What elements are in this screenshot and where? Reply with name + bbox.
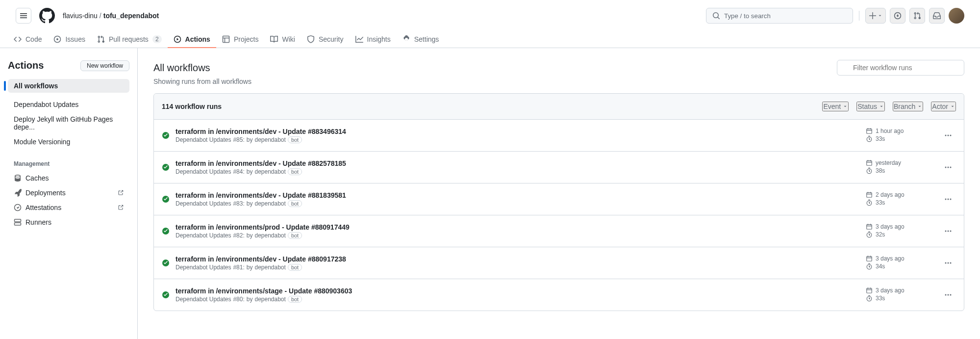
table-icon xyxy=(222,35,230,43)
run-row[interactable]: terraform in /environments/dev - Update … xyxy=(154,152,964,183)
nav-insights[interactable]: Insights xyxy=(350,31,397,48)
pull-requests-button[interactable] xyxy=(909,8,925,24)
run-workflow-link[interactable]: Dependabot Updates xyxy=(176,232,231,239)
nav-code[interactable]: Code xyxy=(8,31,48,48)
svg-rect-40 xyxy=(867,288,872,293)
runs-count: 114 workflow runs xyxy=(162,103,222,110)
breadcrumb-owner-link[interactable]: flavius-dinu xyxy=(63,12,98,20)
run-row[interactable]: terraform in /environments/prod - Update… xyxy=(154,215,964,247)
run-number: #84: xyxy=(233,168,244,175)
run-title[interactable]: terraform in /environments/dev - Update … xyxy=(176,159,860,167)
nav-wiki[interactable]: Wiki xyxy=(264,31,301,48)
run-actor-link[interactable]: dependabot xyxy=(254,200,285,207)
run-duration: 34s xyxy=(876,263,885,270)
svg-point-31 xyxy=(948,231,949,232)
nav-settings[interactable]: Settings xyxy=(397,31,445,48)
run-row[interactable]: terraform in /environments/stage - Updat… xyxy=(154,279,964,311)
run-actions-menu[interactable] xyxy=(940,287,956,303)
run-actions-menu[interactable] xyxy=(940,159,956,175)
svg-point-1 xyxy=(897,15,899,17)
svg-rect-8 xyxy=(15,223,21,225)
triangle-down-icon xyxy=(917,104,922,109)
user-avatar[interactable] xyxy=(949,8,964,24)
run-when: 3 days ago xyxy=(876,287,905,294)
calendar-icon xyxy=(866,191,873,198)
run-workflow-link[interactable]: Dependabot Updates xyxy=(176,168,231,175)
run-title[interactable]: terraform in /environments/prod - Update… xyxy=(176,223,860,231)
kebab-horizontal-icon xyxy=(944,195,952,203)
svg-point-44 xyxy=(950,294,952,296)
run-row[interactable]: terraform in /environments/dev - Update … xyxy=(154,247,964,279)
sidebar-attestations[interactable]: Attestations xyxy=(8,201,129,214)
run-actor-link[interactable]: dependabot xyxy=(254,296,285,303)
filter-event[interactable]: Event xyxy=(822,102,849,111)
run-title[interactable]: terraform in /environments/stage - Updat… xyxy=(176,287,860,295)
search-icon xyxy=(712,12,720,20)
run-when: 3 days ago xyxy=(876,255,905,262)
kebab-horizontal-icon xyxy=(944,131,952,139)
run-workflow-link[interactable]: Dependabot Updates xyxy=(176,136,231,143)
create-new-button[interactable] xyxy=(865,8,886,24)
issue-icon xyxy=(53,35,61,43)
run-by-label: by xyxy=(247,168,253,175)
nav-projects[interactable]: Projects xyxy=(216,31,265,48)
run-by-label: by xyxy=(247,264,253,271)
bot-badge: bot xyxy=(288,168,302,175)
run-duration: 33s xyxy=(876,295,885,302)
nav-actions[interactable]: Actions xyxy=(168,31,216,48)
new-workflow-button[interactable]: New workflow xyxy=(80,60,129,71)
run-actions-menu[interactable] xyxy=(940,128,956,143)
main-content: All workflows Showing runs from all work… xyxy=(137,48,980,339)
nav-security[interactable]: Security xyxy=(301,31,350,48)
run-actor-link[interactable]: dependabot xyxy=(254,264,285,271)
run-actions-menu[interactable] xyxy=(940,255,956,271)
run-row[interactable]: terraform in /environments/dev - Update … xyxy=(154,183,964,215)
run-actor-link[interactable]: dependabot xyxy=(254,168,285,175)
kebab-horizontal-icon xyxy=(944,163,952,171)
run-actions-menu[interactable] xyxy=(940,191,956,207)
run-workflow-link[interactable]: Dependabot Updates xyxy=(176,200,231,207)
link-external-icon xyxy=(118,205,124,210)
calendar-icon xyxy=(866,159,873,166)
run-workflow-link[interactable]: Dependabot Updates xyxy=(176,264,231,271)
sidebar-deployments[interactable]: Deployments xyxy=(8,186,129,200)
run-workflow-link[interactable]: Dependabot Updates xyxy=(176,296,231,303)
breadcrumb-repo-link[interactable]: tofu_dependabot xyxy=(103,12,159,20)
issues-button[interactable] xyxy=(890,8,905,24)
filter-status[interactable]: Status xyxy=(856,102,885,111)
sidebar-workflow-item[interactable]: Dependabot Updates xyxy=(8,98,129,111)
bot-badge: bot xyxy=(288,232,302,239)
mark-github-icon xyxy=(39,8,55,24)
nav-menu-button[interactable] xyxy=(16,8,31,24)
run-row[interactable]: terraform in /environments/dev - Update … xyxy=(154,120,964,152)
nav-pulls[interactable]: Pull requests 2 xyxy=(91,31,168,48)
filter-runs-input[interactable] xyxy=(837,60,964,76)
stopwatch-icon xyxy=(866,231,873,238)
kebab-horizontal-icon xyxy=(944,259,952,267)
plus-icon xyxy=(869,12,877,20)
nav-actions-label: Actions xyxy=(185,35,210,43)
run-number: #80: xyxy=(233,296,244,303)
svg-point-42 xyxy=(945,294,947,296)
nav-settings-label: Settings xyxy=(414,35,439,43)
sidebar-caches[interactable]: Caches xyxy=(8,171,129,185)
filter-branch[interactable]: Branch xyxy=(893,102,923,111)
run-actor-link[interactable]: dependabot xyxy=(254,232,285,239)
sidebar-workflow-item[interactable]: Module Versioning xyxy=(8,135,129,149)
run-actions-menu[interactable] xyxy=(940,223,956,239)
hamburger-icon xyxy=(20,12,27,20)
global-search-button[interactable]: Type / to search xyxy=(706,8,853,24)
filter-actor[interactable]: Actor xyxy=(931,102,956,111)
svg-point-20 xyxy=(950,167,952,168)
github-logo[interactable] xyxy=(39,8,55,24)
notifications-button[interactable] xyxy=(929,8,945,24)
run-actor-link[interactable]: dependabot xyxy=(254,136,285,143)
sidebar-all-workflows[interactable]: All workflows xyxy=(8,79,129,93)
run-title[interactable]: terraform in /environments/dev - Update … xyxy=(176,128,860,135)
nav-issues[interactable]: Issues xyxy=(48,31,91,48)
sidebar-workflow-item[interactable]: Deploy Jekyll with GitHub Pages depe... xyxy=(8,112,129,134)
check-circle-icon xyxy=(162,291,170,299)
run-title[interactable]: terraform in /environments/dev - Update … xyxy=(176,191,860,199)
sidebar-runners[interactable]: Runners xyxy=(8,215,129,229)
run-title[interactable]: terraform in /environments/dev - Update … xyxy=(176,255,860,263)
